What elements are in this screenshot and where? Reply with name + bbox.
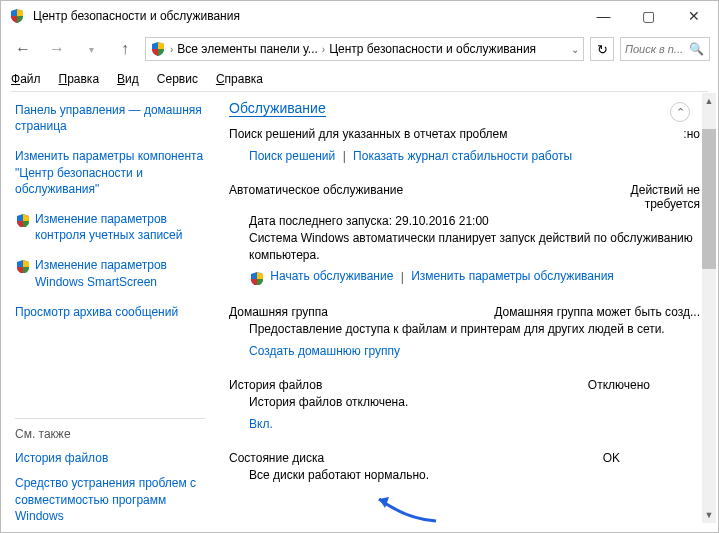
link-reliability-log[interactable]: Показать журнал стабильности работы	[353, 149, 572, 163]
scrollbar[interactable]: ▲ ▼	[702, 93, 716, 523]
menu-help[interactable]: Справка	[216, 72, 263, 86]
link-search-solutions[interactable]: Поиск решений	[249, 149, 335, 163]
nav-up-button[interactable]: ↑	[111, 35, 139, 63]
sidebar-change-center[interactable]: Изменить параметры компонента "Центр без…	[15, 148, 205, 197]
navbar: ← → ▾ ↑ › Все элементы панели у... › Цен…	[1, 31, 718, 67]
file-history-status: Отключено	[588, 378, 700, 392]
scroll-thumb[interactable]	[702, 129, 716, 269]
section-heading[interactable]: Обслуживание	[229, 100, 326, 117]
chevron-right-icon: ›	[322, 44, 325, 55]
sidebar-smartscreen[interactable]: Изменение параметров Windows SmartScreen	[35, 257, 205, 289]
search-icon: 🔍	[689, 42, 704, 56]
search-problems-label: Поиск решений для указанных в отчетах пр…	[229, 127, 508, 141]
collapse-button[interactable]: ⌃	[670, 102, 690, 122]
nav-back-button[interactable]: ←	[9, 35, 37, 63]
titlebar: Центр безопасности и обслуживания — ▢ ✕	[1, 1, 718, 31]
menu-file[interactable]: Файл	[11, 72, 41, 86]
search-problems-status: :но	[683, 127, 700, 141]
menu-tools[interactable]: Сервис	[157, 72, 198, 86]
link-create-homegroup[interactable]: Создать домашнюю группу	[249, 344, 400, 358]
maximize-button[interactable]: ▢	[626, 2, 671, 30]
file-history-desc: История файлов отключена.	[229, 394, 700, 411]
sidebar-see-also: См. также История файлов Средство устран…	[1, 410, 219, 524]
auto-maint-label: Автоматическое обслуживание	[229, 183, 403, 211]
app-shield-icon	[9, 8, 25, 24]
scroll-down-button[interactable]: ▼	[702, 507, 716, 523]
sidebar-home[interactable]: Панель управления — домашняя страница	[15, 102, 205, 134]
sidebar-uac[interactable]: Изменение параметров контроля учетных за…	[35, 211, 205, 243]
homegroup-status: Домашняя группа может быть созд...	[490, 305, 700, 319]
search-box[interactable]: 🔍	[620, 37, 710, 61]
refresh-button[interactable]: ↻	[590, 37, 614, 61]
menu-view[interactable]: Вид	[117, 72, 139, 86]
homegroup-desc: Предоставление доступа к файлам и принте…	[229, 321, 700, 338]
link-enable-history[interactable]: Вкл.	[249, 417, 273, 431]
sidebar-archive[interactable]: Просмотр архива сообщений	[15, 304, 205, 320]
scroll-up-button[interactable]: ▲	[702, 93, 716, 109]
shield-icon	[15, 259, 29, 273]
close-button[interactable]: ✕	[671, 2, 716, 30]
breadcrumb-part2[interactable]: Центр безопасности и обслуживания	[329, 42, 536, 56]
shield-icon	[15, 213, 29, 227]
link-change-maintenance[interactable]: Изменить параметры обслуживания	[411, 270, 614, 284]
disk-label: Состояние диска	[229, 451, 324, 465]
nav-forward-button: →	[43, 35, 71, 63]
disk-desc: Все диски работают нормально.	[229, 467, 700, 484]
minimize-button[interactable]: —	[581, 2, 626, 30]
disk-status: OK	[603, 451, 700, 465]
see-also-label: См. также	[15, 427, 205, 441]
nav-dropdown-button[interactable]: ▾	[77, 35, 105, 63]
window-title: Центр безопасности и обслуживания	[33, 9, 240, 23]
main-pane: Обслуживание ⌃ Поиск решений для указанн…	[219, 92, 718, 531]
auto-maint-lastrun: Дата последнего запуска: 29.10.2016 21:0…	[229, 213, 700, 230]
auto-maint-status: Действий не требуется	[580, 183, 700, 211]
auto-maint-desc: Система Windows автоматически планирует …	[229, 230, 700, 264]
link-start-maintenance[interactable]: Начать обслуживание	[270, 270, 393, 284]
file-history-label: История файлов	[229, 378, 322, 392]
shield-icon	[249, 271, 263, 285]
menu-edit[interactable]: Правка	[59, 72, 100, 86]
homegroup-label: Домашняя группа	[229, 305, 328, 319]
dropdown-chevron-icon[interactable]: ⌄	[571, 44, 579, 55]
breadcrumb-shield-icon	[150, 41, 166, 57]
menubar: Файл Правка Вид Сервис Справка	[1, 67, 718, 91]
breadcrumb[interactable]: › Все элементы панели у... › Центр безоп…	[145, 37, 584, 61]
sidebar-troubleshoot[interactable]: Средство устранения проблем с совместимо…	[15, 475, 205, 524]
search-input[interactable]	[625, 43, 685, 55]
breadcrumb-part1[interactable]: Все элементы панели у...	[177, 42, 317, 56]
chevron-right-icon: ›	[170, 44, 173, 55]
sidebar-file-history[interactable]: История файлов	[15, 451, 205, 465]
